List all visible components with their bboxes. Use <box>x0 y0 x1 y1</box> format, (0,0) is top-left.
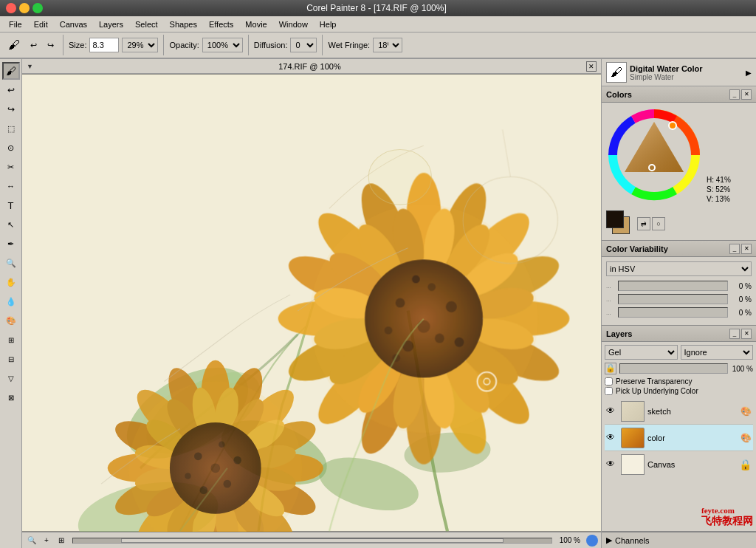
menu-layers[interactable]: Layers <box>93 18 129 30</box>
maximize-button[interactable] <box>32 3 43 13</box>
layer-color[interactable]: 👁 color 🎨 <box>605 425 753 451</box>
svg-point-93 <box>309 205 537 433</box>
grid-tool[interactable]: ⊠ <box>2 388 20 406</box>
brush-preview-icon[interactable]: 🖌 <box>606 62 627 83</box>
colors-panel-minimize[interactable]: _ <box>729 89 740 100</box>
variability-panel-minimize[interactable]: _ <box>729 244 740 254</box>
opacity-slider[interactable] <box>619 363 728 374</box>
layer-color-eye[interactable]: 👁 <box>606 432 618 444</box>
menu-select[interactable]: Select <box>129 18 164 30</box>
menu-effects[interactable]: Effects <box>203 18 239 30</box>
color-variability-panel: Color Variability _ ✕ in HSV ... 0 % ... <box>602 241 756 326</box>
minimize-button[interactable] <box>19 3 30 13</box>
brush-icon-btn[interactable]: 🖌 <box>4 36 24 54</box>
preserve-transparency-checkbox[interactable] <box>605 377 613 386</box>
lasso-tool[interactable]: ⊙ <box>2 139 20 157</box>
swatches-row: ⇄ ○ <box>602 208 756 240</box>
left-toolbar: 🖌 ↩ ↪ ⬚ ⊙ ✂ ↔ T ↖ ✒ 🔍 ✋ 💧 🎨 ⊞ ⊟ ▽ ⊠ <box>0 59 22 548</box>
brush-menu-arrow[interactable]: ▶ <box>746 69 752 77</box>
layer-canvas-eye[interactable]: 👁 <box>606 459 618 470</box>
menu-window[interactable]: Window <box>273 18 314 30</box>
menu-shapes[interactable]: Shapes <box>164 18 203 30</box>
h-scrollbar[interactable] <box>72 538 552 544</box>
layer-lock-btn[interactable]: 🔒 <box>605 363 616 374</box>
dropper-tool[interactable]: 💧 <box>2 292 20 310</box>
variability-mode-select[interactable]: in HSV <box>606 261 752 276</box>
layers-panel-header[interactable]: Layers _ ✕ <box>602 326 756 342</box>
fill-tool[interactable]: 🎨 <box>2 312 20 329</box>
size-input[interactable] <box>89 38 119 52</box>
layer-canvas-lock-icon: 🔒 <box>739 459 752 470</box>
text-tool[interactable]: T <box>2 196 20 214</box>
var-val-2: 0 % <box>731 295 752 304</box>
channels-label: Channels <box>615 536 649 545</box>
reset-colors-btn[interactable]: ○ <box>652 217 665 230</box>
painting-canvas[interactable] <box>22 74 601 532</box>
layer-sketch-name: sketch <box>647 407 738 416</box>
colors-panel-close[interactable]: ✕ <box>741 89 752 100</box>
undo-tool[interactable]: ↩ <box>2 81 20 99</box>
h-scrollbar-thumb[interactable] <box>121 538 504 543</box>
pan-tool[interactable]: ✋ <box>2 273 20 291</box>
composite-select[interactable]: Ignore <box>681 345 754 360</box>
sep4 <box>322 35 323 55</box>
menu-file[interactable]: File <box>3 18 28 30</box>
blend-mode-select[interactable]: Gel <box>605 345 678 360</box>
status-indicator <box>586 535 598 547</box>
menu-help[interactable]: Help <box>314 18 343 30</box>
channels-bar[interactable]: ▶ Channels <box>602 532 756 548</box>
crop-tool[interactable]: ✂ <box>2 158 20 176</box>
rect-select-tool[interactable]: ⬚ <box>2 120 20 137</box>
variability-panel-close[interactable]: ✕ <box>741 244 752 254</box>
canvas-close-btn[interactable]: ✕ <box>586 61 597 72</box>
wet-fringe-select[interactable]: 18% <box>373 38 402 52</box>
undo-btn[interactable]: ↩ <box>27 38 41 52</box>
colors-panel-header[interactable]: Colors _ ✕ <box>602 86 756 103</box>
mirror-tool[interactable]: ⊞ <box>2 331 20 349</box>
brush-tool[interactable]: 🖌 <box>2 62 20 80</box>
layers-opacity-row: 🔒 100 % <box>605 363 753 374</box>
close-button[interactable] <box>6 3 16 13</box>
redo-tool[interactable]: ↪ <box>2 100 20 118</box>
menu-edit[interactable]: Edit <box>28 18 54 30</box>
diffusion-label: Diffusion: <box>254 41 288 49</box>
window-controls[interactable] <box>6 3 43 13</box>
var-slider-2[interactable] <box>618 294 728 304</box>
canvas-wrapper[interactable] <box>22 74 601 532</box>
menu-canvas[interactable]: Canvas <box>54 18 93 30</box>
swap-colors-btn[interactable]: ⇄ <box>637 217 650 230</box>
grain-select[interactable]: 100% <box>202 38 243 52</box>
var-slider-3[interactable] <box>618 307 728 318</box>
zoom-tool[interactable]: 🔍 <box>2 254 20 272</box>
color-wheel-svg[interactable] <box>606 107 702 203</box>
fit-page-btn[interactable]: ⊞ <box>55 535 68 547</box>
colors-panel-body: H: 41% S: 52% V: 13% <box>602 103 756 208</box>
zoom-out-btn[interactable]: 🔍 <box>25 535 38 547</box>
shape-tool[interactable]: ▽ <box>2 369 20 387</box>
pen-tool[interactable]: ✒ <box>2 235 20 253</box>
layer-sketch[interactable]: 👁 sketch 🎨 <box>605 398 753 425</box>
diffusion-select[interactable]: 0 <box>290 38 317 52</box>
pointer-tool[interactable]: ↖ <box>2 216 20 233</box>
colors-panel-controls: _ ✕ <box>729 89 752 100</box>
layers-panel-controls: _ ✕ <box>729 329 752 339</box>
main-area: 🖌 ↩ ↪ ⬚ ⊙ ✂ ↔ T ↖ ✒ 🔍 ✋ 💧 🎨 ⊞ ⊟ ▽ ⊠ ▼ 17… <box>0 59 756 548</box>
pick-up-underlying-checkbox[interactable] <box>605 387 613 395</box>
pattern-tool[interactable]: ⊟ <box>2 350 20 368</box>
layers-panel-close[interactable]: ✕ <box>741 329 752 339</box>
layer-sketch-eye[interactable]: 👁 <box>606 405 618 417</box>
redo-btn[interactable]: ↪ <box>44 38 58 52</box>
menu-movie[interactable]: Movie <box>239 18 272 30</box>
transform-tool[interactable]: ↔ <box>2 177 20 195</box>
zoom-in-btn[interactable]: + <box>40 535 53 547</box>
var-slider-1[interactable] <box>618 281 728 291</box>
color-wheel-container[interactable] <box>606 107 702 203</box>
layers-panel-minimize[interactable]: _ <box>729 329 740 339</box>
layer-sketch-thumb <box>621 401 645 422</box>
fg-swatch[interactable] <box>606 210 624 228</box>
layer-canvas[interactable]: 👁 Canvas 🔒 <box>605 451 753 478</box>
swatch-container <box>606 210 633 237</box>
opacity-select[interactable]: 29% <box>122 38 158 52</box>
variability-panel-header[interactable]: Color Variability _ ✕ <box>602 241 756 257</box>
pick-up-underlying-label: Pick Up Underlying Color <box>616 387 698 395</box>
